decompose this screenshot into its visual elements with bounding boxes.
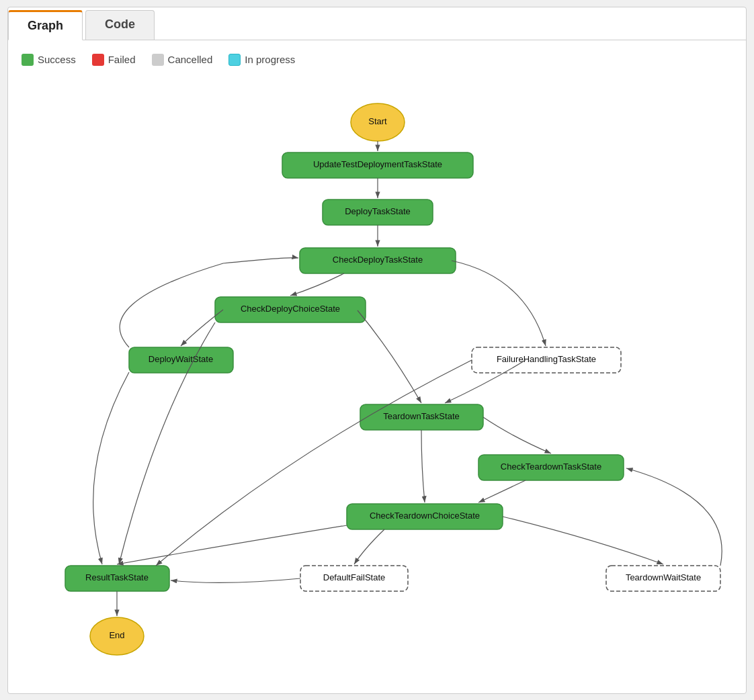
legend-failed-box [92, 54, 104, 66]
node-check-teardown-choice-label: CheckTeardownChoiceState [370, 511, 480, 521]
legend-success-box [22, 54, 34, 66]
node-check-teardown-label: CheckTeardownTaskState [501, 462, 601, 472]
tab-bar: Graph Code [8, 7, 746, 40]
node-failure-handling-label: FailureHandlingTaskState [497, 354, 596, 364]
node-deploy-label: DeployTaskState [345, 206, 411, 216]
node-end-label: End [109, 630, 124, 640]
workflow-graph: Start UpdateTestDeploymentTaskState Depl… [22, 82, 734, 680]
node-result-label: ResultTaskState [85, 572, 149, 582]
node-update-test-label: UpdateTestDeploymentTaskState [313, 159, 442, 169]
legend-cancelled-label: Cancelled [168, 54, 213, 65]
legend: Success Failed Cancelled In progress [22, 54, 732, 66]
tab-code[interactable]: Code [85, 10, 155, 40]
node-check-deploy-label: CheckDeployTaskState [333, 255, 423, 265]
node-start-label: Start [368, 116, 387, 126]
graph-area: Success Failed Cancelled In progress [8, 40, 746, 693]
node-teardown-label: TeardownTaskState [383, 411, 459, 421]
legend-cancelled-box [152, 54, 164, 66]
tab-graph[interactable]: Graph [8, 10, 83, 40]
legend-failed: Failed [92, 54, 136, 66]
legend-failed-label: Failed [108, 54, 136, 65]
legend-inprogress-label: In progress [245, 54, 295, 65]
legend-success-label: Success [38, 54, 76, 65]
legend-success: Success [22, 54, 76, 66]
node-deploy-wait-label: DeployWaitState [149, 354, 213, 364]
legend-inprogress-box [228, 54, 241, 66]
node-default-fail-label: DefaultFailState [323, 572, 386, 582]
legend-cancelled: Cancelled [152, 54, 213, 66]
node-teardown-wait-label: TeardownWaitState [626, 572, 701, 582]
main-window: Graph Code Success Failed Cancelled In p… [7, 7, 747, 694]
node-check-deploy-choice-label: CheckDeployChoiceState [241, 304, 340, 314]
legend-inprogress: In progress [228, 54, 295, 66]
